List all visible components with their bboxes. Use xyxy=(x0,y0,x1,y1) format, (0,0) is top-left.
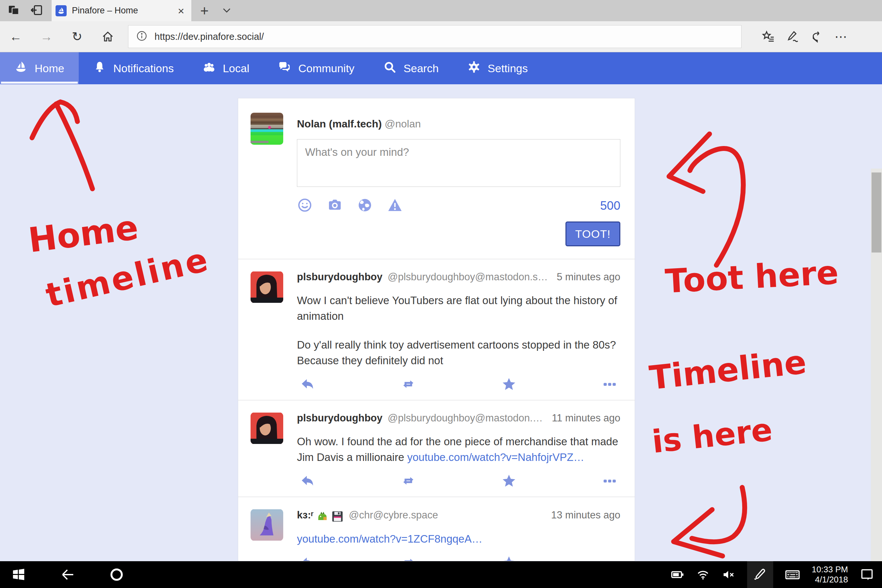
post-display-name[interactable]: plsburydoughboy xyxy=(297,271,382,283)
tabs-preview-icon[interactable] xyxy=(7,4,20,18)
content-warning-icon[interactable] xyxy=(387,197,403,214)
compose-handle: @nolan xyxy=(384,118,421,130)
home-icon[interactable] xyxy=(100,29,115,44)
bell-icon xyxy=(93,60,106,76)
gear-icon xyxy=(468,60,480,76)
compose-box: Nolan (malf.tech) @nolan xyxy=(238,98,635,246)
nav-item-settings[interactable]: Settings xyxy=(453,52,542,84)
camera-icon[interactable] xyxy=(327,197,343,214)
post-timestamp[interactable]: 13 minutes ago xyxy=(551,509,620,521)
compose-input[interactable] xyxy=(297,139,620,187)
scrollbar-thumb[interactable] xyxy=(872,172,881,252)
favorite-star-icon[interactable] xyxy=(501,555,516,561)
battery-icon[interactable] xyxy=(670,561,684,588)
action-center-icon[interactable] xyxy=(860,561,874,588)
volume-muted-icon[interactable] xyxy=(722,561,735,588)
floppy-disk-emoji xyxy=(331,510,344,523)
search-icon xyxy=(383,60,396,76)
web-note-pen-icon[interactable] xyxy=(785,29,800,44)
touch-keyboard-icon[interactable] xyxy=(785,561,800,588)
post-handle: @plsburydoughboy@mastodon.so… xyxy=(388,271,552,283)
nav-item-search[interactable]: Search xyxy=(369,52,453,84)
favorite-star-icon[interactable] xyxy=(501,376,516,393)
tab-list-chevron-icon[interactable] xyxy=(221,4,232,17)
tab-close-icon[interactable]: × xyxy=(176,5,186,16)
browser-tab[interactable]: Pinafore – Home × xyxy=(52,0,192,21)
compose-display-name: Nolan (malf.tech) xyxy=(297,118,382,130)
set-tabs-aside-icon[interactable] xyxy=(30,4,43,18)
timeline-page: Nolan (malf.tech) @nolan xyxy=(0,84,882,561)
char-count: 500 xyxy=(600,199,620,213)
status-post[interactable]: plsburydoughboy @plsburydoughboy@mastodo… xyxy=(238,400,635,496)
favorite-star-icon[interactable] xyxy=(501,473,516,490)
nav-label: Local xyxy=(223,62,249,75)
dragon-emoji xyxy=(316,510,328,523)
avatar[interactable] xyxy=(250,271,283,303)
nav-item-home[interactable]: Home xyxy=(0,52,79,84)
forward-icon[interactable]: → xyxy=(39,29,54,44)
windows-ink-pen-icon[interactable] xyxy=(747,561,773,588)
tab-title: Pinafore – Home xyxy=(72,6,171,16)
taskbar-clock[interactable]: 10:33 PM4/1/2018 xyxy=(812,561,848,588)
post-text: youtube.com/watch?v=1ZCF8ngqeA… xyxy=(297,531,620,547)
post-handle: @plsburydoughboy@mastodon.s… xyxy=(388,412,547,424)
new-tab-button[interactable]: + xyxy=(200,4,209,18)
nav-label: Home xyxy=(34,62,64,75)
avatar[interactable] xyxy=(250,412,283,444)
sailboat-icon xyxy=(14,60,27,76)
boost-icon[interactable] xyxy=(401,376,416,393)
post-text: Oh wow. I found the ad for the one piece… xyxy=(297,434,620,465)
globe-icon[interactable] xyxy=(357,197,373,214)
nav-label: Search xyxy=(404,62,439,75)
windows-taskbar: 10:33 PM4/1/2018 xyxy=(0,561,882,588)
nav-item-community[interactable]: Community xyxy=(264,52,369,84)
more-dots-icon[interactable] xyxy=(602,376,617,393)
post-text: Do y'all really think toy advertisement … xyxy=(297,337,620,369)
post-display-name[interactable]: plsburydoughboy xyxy=(297,412,382,424)
post-handle: @chr@cybre.space xyxy=(349,509,438,521)
more-icon[interactable]: ⋯ xyxy=(834,29,848,44)
reply-icon[interactable] xyxy=(300,555,315,561)
toot-button[interactable]: TOOT! xyxy=(566,222,620,246)
timeline-column: Nolan (malf.tech) @nolan xyxy=(238,98,635,561)
boost-icon[interactable] xyxy=(401,555,416,561)
post-timestamp[interactable]: 5 minutes ago xyxy=(556,271,620,283)
back-icon[interactable] xyxy=(60,561,75,588)
post-text: Wow I can't believe YouTubers are flat o… xyxy=(297,293,620,324)
post-display-name[interactable]: kз:ʳ xyxy=(297,509,344,521)
status-post[interactable]: plsburydoughboy @plsburydoughboy@mastodo… xyxy=(238,259,635,400)
pinafore-favicon-sailboat-icon xyxy=(56,5,67,16)
emoji-icon[interactable] xyxy=(297,197,313,214)
back-icon[interactable]: ← xyxy=(9,29,23,44)
wifi-icon[interactable] xyxy=(696,561,710,588)
windows-start-icon[interactable] xyxy=(11,561,26,588)
avatar[interactable] xyxy=(250,509,283,541)
browser-tab-bar: Pinafore – Home × + xyxy=(0,0,882,21)
hub-favorites-icon[interactable] xyxy=(761,29,776,44)
page-scrollbar[interactable] xyxy=(871,168,882,588)
url-bar[interactable]: https://dev.pinafore.social/ xyxy=(128,25,741,48)
post-timestamp[interactable]: 11 minutes ago xyxy=(552,412,620,424)
share-icon[interactable] xyxy=(810,29,824,44)
post-link[interactable]: youtube.com/watch?v=NahfojrVPZ… xyxy=(407,451,584,463)
more-dots-icon[interactable] xyxy=(602,555,617,561)
desktop-screen: Pinafore – Home × + ← → ↻ https://dev.pi… xyxy=(0,0,882,588)
post-link[interactable]: youtube.com/watch?v=1ZCF8ngqeA… xyxy=(297,533,483,545)
avatar[interactable] xyxy=(250,113,283,145)
nav-item-local[interactable]: Local xyxy=(188,52,264,84)
status-post[interactable]: kз:ʳ @chr@cybre.space 13 minutes ago you… xyxy=(238,496,635,561)
reply-icon[interactable] xyxy=(300,376,315,393)
nav-label: Settings xyxy=(488,62,528,75)
people-icon xyxy=(202,60,216,76)
nav-label: Notifications xyxy=(113,62,174,75)
cortana-icon[interactable] xyxy=(109,561,124,588)
refresh-icon[interactable]: ↻ xyxy=(70,29,84,44)
reply-icon[interactable] xyxy=(300,473,315,490)
boost-icon[interactable] xyxy=(401,473,416,490)
clock-time: 10:33 PM xyxy=(812,564,848,574)
info-icon[interactable] xyxy=(136,30,147,43)
clock-date: 4/1/2018 xyxy=(815,574,848,584)
chat-bubbles-icon xyxy=(278,60,291,76)
more-dots-icon[interactable] xyxy=(602,473,617,490)
nav-item-notifications[interactable]: Notifications xyxy=(79,52,188,84)
